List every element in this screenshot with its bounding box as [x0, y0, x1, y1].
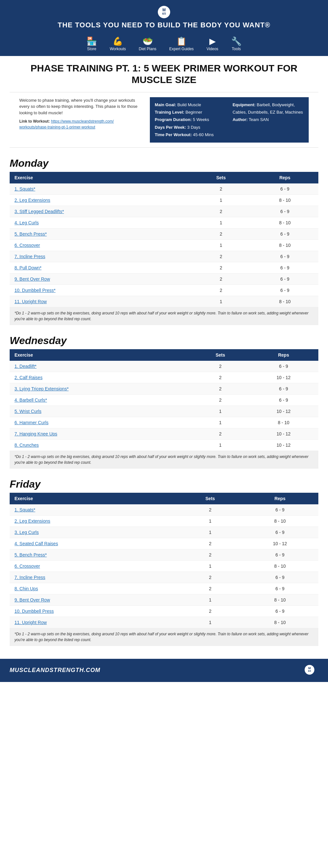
nav-tools[interactable]: 🔧 Tools: [231, 37, 241, 51]
exercise-link-squats[interactable]: 1. Squats*: [14, 186, 35, 191]
table-row: 5. Bench Press*26 - 9: [10, 549, 318, 560]
exercise-link-leg-curls[interactable]: 4. Leg Curls: [14, 220, 39, 225]
logo: M &S: [6, 5, 322, 21]
site-header: M &S THE TOOLS YOU NEED TO BUILD THE BOD…: [0, 0, 328, 56]
exercise-link-incline-press[interactable]: 7. Incline Press: [14, 254, 45, 259]
nav-workouts-label: Workouts: [110, 46, 126, 51]
link-to-workout: Link to Workout: https://www.muscleandst…: [19, 118, 143, 130]
nav-expert-guides[interactable]: 📋 Expert Guides: [169, 37, 194, 51]
store-icon: 🏪: [87, 37, 97, 45]
exercise-link-crossover[interactable]: 6. Crossover: [14, 563, 40, 569]
exercise-sets: 2: [192, 372, 249, 383]
expert-guides-icon: 📋: [176, 37, 187, 45]
table-row: 4. Leg Curls18 - 10: [10, 217, 318, 228]
table-row: 4. Seated Calf Raises210 - 12: [10, 538, 318, 549]
exercise-link-leg-extensions[interactable]: 2. Leg Extensions: [14, 197, 50, 203]
exercise-link-lying-tricep-extensions[interactable]: 3. Lying Tricep Extensions*: [14, 386, 68, 391]
footer-logo: M &S: [301, 663, 318, 677]
table-row: 3. Stiff Legged Deadlifts*26 - 9: [10, 206, 318, 217]
nav-diet-plans[interactable]: 🥗 Diet Plans: [139, 37, 157, 51]
exercise-link-crunches[interactable]: 8. Crunches: [14, 442, 39, 448]
info-section: Welcome to phase training, where you'll …: [10, 92, 318, 148]
exercise-reps: 8 - 10: [252, 194, 318, 206]
exercise-sets: 2: [191, 206, 252, 217]
exercise-link-seated-calf-raises[interactable]: 4. Seated Calf Raises: [14, 541, 58, 546]
exercise-link-wrist-curls[interactable]: 5. Wrist Curls: [14, 409, 41, 414]
exercise-sets: 1: [191, 194, 252, 206]
exercise-reps: 6 - 9: [252, 183, 318, 195]
table-row: 2. Calf Raises210 - 12: [10, 372, 318, 383]
exercise-link-deadlift[interactable]: 1. Deadlift*: [14, 364, 36, 369]
exercise-sets: 2: [192, 428, 249, 439]
table-row: 6. Hammer Curls18 - 10: [10, 417, 318, 428]
workout-table-monday: ExerciseSetsReps1. Squats*26 - 92. Leg E…: [10, 172, 318, 325]
table-row: 7. Incline Press26 - 9: [10, 571, 318, 583]
exercise-link-chin-ups[interactable]: 8. Chin Ups: [14, 586, 38, 591]
exercise-reps: 6 - 9: [252, 284, 318, 296]
exercise-sets: 2: [179, 571, 241, 583]
nav-store[interactable]: 🏪 Store: [87, 37, 97, 51]
exercise-link-upright-row[interactable]: 11. Upright Row: [14, 620, 46, 625]
exercise-sets: 1: [192, 417, 249, 428]
exercise-link-bench-press[interactable]: 5. Bench Press*: [14, 231, 46, 237]
exercise-link-barbell-curls[interactable]: 4. Barbell Curls*: [14, 398, 47, 403]
nav-videos[interactable]: ▶ Videos: [206, 37, 218, 51]
exercise-link-squats[interactable]: 1. Squats*: [14, 507, 35, 513]
exercise-link-upright-row[interactable]: 11. Upright Row: [14, 299, 46, 304]
exercise-sets: 1: [179, 617, 241, 628]
exercise-link-bent-over-row[interactable]: 9. Bent Over Row: [14, 597, 50, 602]
table-row: 9. Bent Over Row18 - 10: [10, 594, 318, 606]
workout-table-friday: ExerciseSetsReps1. Squats*26 - 92. Leg E…: [10, 493, 318, 646]
exercise-link-leg-extensions[interactable]: 2. Leg Extensions: [14, 519, 50, 524]
nav-tools-label: Tools: [232, 46, 241, 51]
tools-icon: 🔧: [231, 37, 241, 45]
exercise-link-hanging-knee-ups[interactable]: 7. Hanging Knee Ups: [14, 431, 57, 436]
workout-note: *Do 1 - 2 warm-up sets on the big exerci…: [10, 628, 318, 646]
exercise-link-pull-down[interactable]: 8. Pull Down*: [14, 265, 41, 270]
day-title-monday: Monday: [10, 157, 318, 169]
svg-text:&S: &S: [308, 670, 311, 672]
exercise-sets: 2: [179, 583, 241, 594]
exercise-reps: 8 - 10: [241, 617, 318, 628]
exercise-sets: 1: [192, 439, 249, 451]
exercise-link-bench-press[interactable]: 5. Bench Press*: [14, 552, 46, 557]
col-header-exercise: Exercise: [10, 349, 192, 361]
exercise-sets: 2: [192, 361, 249, 372]
nav-expert-guides-label: Expert Guides: [169, 46, 194, 51]
table-row: 6. Crossover18 - 10: [10, 560, 318, 571]
table-row: 7. Incline Press26 - 9: [10, 251, 318, 262]
exercise-link-leg-curls[interactable]: 3. Leg Curls: [14, 530, 39, 535]
exercise-reps: 10 - 12: [249, 428, 318, 439]
table-row: 11. Upright Row18 - 10: [10, 617, 318, 628]
note-row: *Do 1 - 2 warm-up sets on the big exerci…: [10, 307, 318, 325]
exercise-reps: 6 - 9: [249, 383, 318, 394]
header-tagline: THE TOOLS YOU NEED TO BUILD THE BODY YOU…: [6, 21, 322, 30]
exercise-reps: 6 - 9: [252, 273, 318, 284]
footer-site-name: MUSCLEANDSTRENGTH.COM: [10, 667, 100, 674]
exercise-reps: 6 - 9: [241, 549, 318, 560]
intro-paragraph: Welcome to phase training, where you'll …: [19, 97, 143, 116]
exercise-sets: 1: [179, 594, 241, 606]
day-section-monday: MondayExerciseSetsReps1. Squats*26 - 92.…: [0, 154, 328, 332]
exercise-reps: 6 - 9: [241, 527, 318, 538]
exercise-link-hammer-curls[interactable]: 6. Hammer Curls: [14, 420, 48, 425]
exercise-link-calf-raises[interactable]: 2. Calf Raises: [14, 375, 42, 380]
exercise-sets: 2: [191, 284, 252, 296]
exercise-link-incline-press[interactable]: 7. Incline Press: [14, 575, 45, 580]
exercise-link-dumbbell-press[interactable]: 10. Dumbbell Press*: [14, 288, 56, 293]
day-title-wednesday: Wednesday: [10, 335, 318, 347]
exercise-link-bent-over-row[interactable]: 9. Bent Over Row: [14, 276, 50, 282]
exercise-link-dumbbell-press[interactable]: 10. Dumbbell Press: [14, 609, 54, 614]
nav-workouts[interactable]: 💪 Workouts: [110, 37, 126, 51]
svg-text:M: M: [162, 8, 166, 12]
exercise-reps: 8 - 10: [252, 296, 318, 307]
exercise-link-stiff-legged-deadlifts[interactable]: 3. Stiff Legged Deadlifts*: [14, 209, 64, 214]
table-row: 1. Squats*26 - 9: [10, 504, 318, 516]
exercise-reps: 8 - 10: [241, 560, 318, 571]
exercise-reps: 6 - 9: [241, 504, 318, 516]
exercise-sets: 2: [192, 383, 249, 394]
col-header-sets: Sets: [192, 349, 249, 361]
exercise-link-crossover[interactable]: 6. Crossover: [14, 243, 40, 248]
note-row: *Do 1 - 2 warm-up sets on the big exerci…: [10, 451, 318, 468]
table-row: 5. Bench Press*26 - 9: [10, 228, 318, 240]
